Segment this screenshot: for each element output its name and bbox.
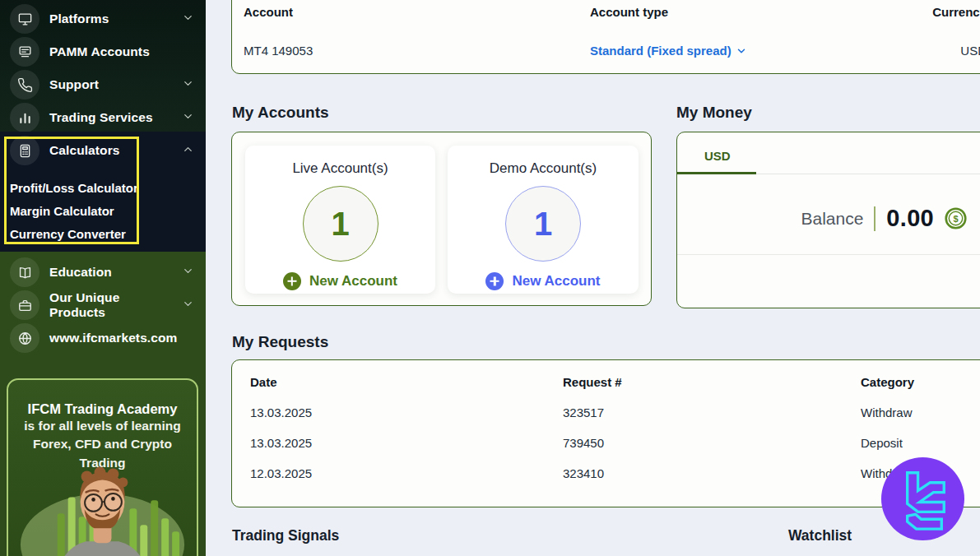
plus-icon — [485, 272, 504, 290]
sidebar-bottom-section: Education Our Unique Products www.ifcmar… — [0, 252, 206, 556]
live-accounts-tile: Live Account(s) 1 New Account — [245, 146, 435, 294]
live-accounts-count: 1 — [303, 186, 379, 262]
chevron-down-icon[interactable] — [182, 110, 194, 126]
account-summary-bar: Account MT4 149053 Account type Standard… — [231, 0, 980, 74]
trading-signals-title: Trading Signals — [232, 527, 339, 544]
account-type-value: Standard (Fixed spread) — [590, 44, 732, 58]
sidebar-item-label: Education — [49, 265, 172, 280]
balance-label: Balance — [801, 209, 863, 229]
svg-text:$: $ — [953, 214, 958, 224]
bar-chart-icon — [10, 103, 39, 132]
cell-request-number: 739450 — [563, 436, 604, 450]
sidebar-subitem-profit-loss-calculator[interactable]: Profit/Loss Calculator — [0, 176, 206, 199]
new-account-label: New Account — [512, 273, 600, 290]
globe-icon — [10, 323, 39, 353]
monitor-icon — [10, 4, 39, 34]
sidebar-item-pamm-accounts[interactable]: PAMM Accounts — [0, 35, 206, 68]
column-header-request: Request # — [563, 375, 622, 389]
my-money-title: My Money — [676, 104, 752, 122]
briefcase-icon — [10, 290, 39, 320]
cell-category: Deposit — [861, 436, 903, 450]
book-icon — [10, 257, 39, 287]
my-requests-panel: Date Request # Category 13.03.2025 32351… — [231, 359, 980, 507]
chevron-down-icon[interactable] — [182, 265, 194, 280]
account-type-column-label: Account type — [590, 5, 668, 19]
watchlist-title: Watchlist — [788, 527, 852, 544]
sidebar-item-support[interactable]: Support — [0, 68, 206, 101]
account-number: MT4 149053 — [244, 44, 313, 58]
balance-row: Balance 0.00 $ — [801, 205, 967, 232]
sidebar-subitem-currency-converter[interactable]: Currency Converter — [0, 222, 206, 245]
my-accounts-title: My Accounts — [232, 104, 329, 122]
subitem-label: Currency Converter — [10, 227, 126, 241]
balance-value: 0.00 — [886, 205, 934, 232]
sidebar-item-label: Our Unique Products — [49, 290, 172, 320]
new-live-account-button[interactable]: New Account — [283, 272, 397, 290]
currency-value: USD — [960, 44, 980, 58]
sidebar-item-label: www.ifcmarkets.com — [49, 331, 194, 345]
my-requests-title: My Requests — [232, 333, 328, 351]
sidebar-subitem-margin-calculator[interactable]: Margin Calculator — [0, 199, 206, 222]
sidebar-item-calculators[interactable]: Calculators — [0, 134, 206, 167]
demo-accounts-count: 1 — [505, 186, 581, 262]
new-account-label: New Account — [309, 273, 397, 290]
cell-request-number: 323517 — [563, 405, 604, 419]
chevron-down-icon[interactable] — [182, 12, 194, 27]
main-content: Account MT4 149053 Account type Standard… — [206, 0, 980, 556]
sidebar-item-ifcmarkets-link[interactable]: www.ifcmarkets.com — [0, 322, 206, 354]
balance-divider — [874, 206, 875, 231]
sidebar-item-label: Calculators — [49, 143, 172, 158]
sidebar-item-label: Support — [49, 77, 172, 92]
column-header-date: Date — [250, 375, 277, 389]
cell-request-number: 323410 — [563, 466, 604, 480]
active-tab-indicator — [677, 172, 756, 174]
sidebar-top-section: Platforms PAMM Accounts Support Tradi — [0, 0, 206, 132]
demo-accounts-label: Demo Account(s) — [448, 160, 639, 177]
tab-usd[interactable]: USD — [704, 149, 731, 163]
sidebar-item-trading-services[interactable]: Trading Services — [0, 101, 206, 134]
live-accounts-label: Live Account(s) — [245, 160, 435, 177]
subitem-label: Profit/Loss Calculator — [10, 181, 138, 195]
plus-icon — [283, 272, 301, 290]
trading-academy-illustration — [8, 462, 197, 556]
cell-date: 13.03.2025 — [250, 436, 312, 450]
account-column-label: Account — [244, 5, 293, 19]
banner-line: is for all levels of learning — [8, 417, 197, 435]
calculator-icon — [10, 136, 39, 165]
table-row[interactable]: 13.03.2025 739450 Deposit — [232, 436, 980, 453]
tc-logo-icon — [880, 456, 965, 541]
table-row[interactable]: 12.03.2025 323410 Withdraw — [232, 466, 980, 484]
chevron-up-icon[interactable] — [182, 143, 194, 159]
panel-divider — [677, 254, 980, 255]
computer-icon — [10, 37, 39, 67]
my-money-panel: USD Balance 0.00 $ — [676, 132, 980, 308]
account-type-dropdown[interactable]: Standard (Fixed spread) — [590, 44, 747, 58]
column-header-category: Category — [861, 375, 914, 389]
dollar-coin-icon: $ — [945, 207, 967, 229]
sidebar-item-education[interactable]: Education — [0, 256, 206, 289]
table-row[interactable]: 13.03.2025 323517 Withdraw — [232, 405, 980, 423]
chevron-down-icon[interactable] — [182, 298, 194, 313]
trading-central-logo[interactable] — [880, 456, 965, 541]
currency-column-label: Currency — [932, 5, 980, 19]
chevron-down-icon — [736, 45, 747, 57]
subitem-label: Margin Calculator — [10, 204, 114, 218]
sidebar-item-our-unique-products[interactable]: Our Unique Products — [0, 289, 206, 322]
new-demo-account-button[interactable]: New Account — [485, 272, 600, 290]
sidebar-calculators-section: Calculators Profit/Loss Calculator Margi… — [0, 132, 206, 252]
demo-accounts-tile: Demo Account(s) 1 New Account — [448, 146, 639, 294]
chevron-down-icon[interactable] — [182, 77, 194, 93]
banner-title: IFCM Trading Academy — [8, 401, 197, 417]
table-header-row: Date Request # Category — [232, 375, 980, 392]
cell-category: Withdraw — [861, 405, 913, 419]
cell-date: 13.03.2025 — [250, 405, 312, 419]
my-accounts-panel: Live Account(s) 1 New Account Demo Accou… — [231, 132, 652, 306]
cell-date: 12.03.2025 — [250, 466, 312, 480]
sidebar: Platforms PAMM Accounts Support Tradi — [0, 0, 206, 556]
sidebar-item-label: Platforms — [49, 12, 172, 26]
trading-academy-banner[interactable]: IFCM Trading Academy is for all levels o… — [7, 378, 198, 556]
phone-icon — [10, 70, 39, 100]
sidebar-item-label: PAMM Accounts — [49, 44, 194, 59]
sidebar-item-platforms[interactable]: Platforms — [0, 2, 206, 35]
sidebar-item-label: Trading Services — [49, 110, 172, 125]
